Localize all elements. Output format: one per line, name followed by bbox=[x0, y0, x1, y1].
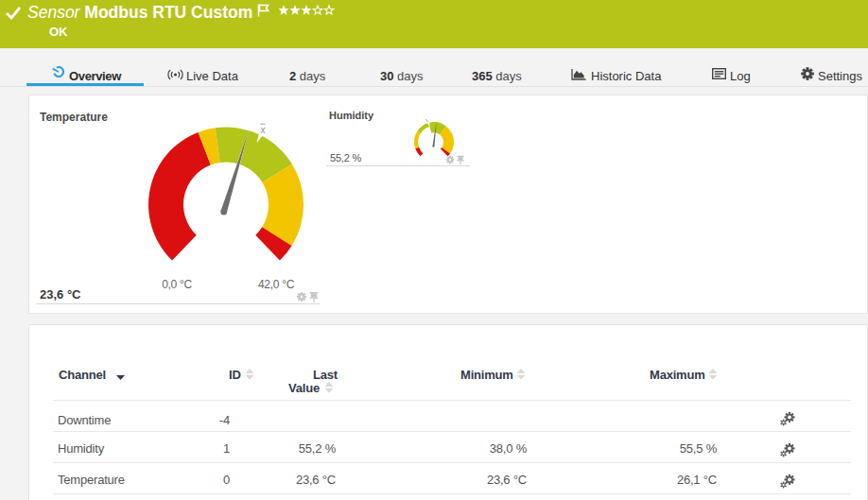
svg-text:x: x bbox=[261, 125, 266, 135]
